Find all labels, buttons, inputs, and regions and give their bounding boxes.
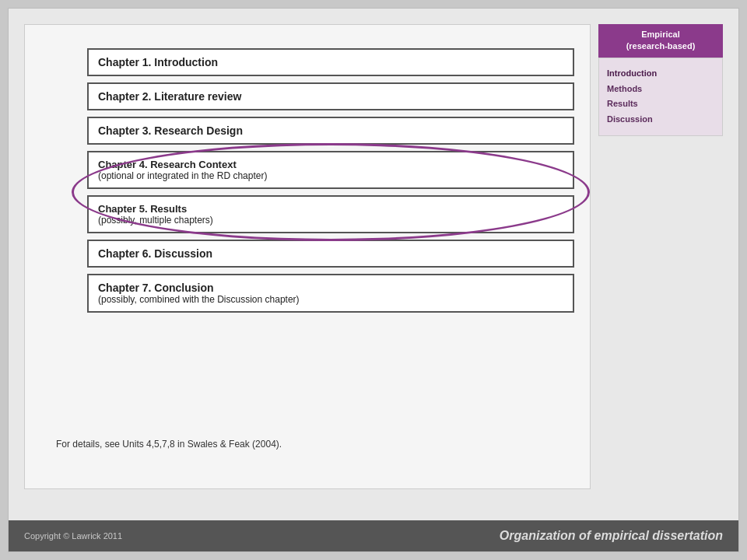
sidebar-item-results: Results [607,96,714,112]
chapter-2-box: Chapter 2. Literature review [87,82,574,110]
content-area: Chapter 1. Introduction Chapter 2. Liter… [24,24,591,489]
footer-copyright: Copyright © Lawrick 2011 [24,531,122,541]
chapter-7-label: Chapter 7. Conclusion [98,282,300,294]
chapter-4-box: Chapter 4. Research Context (optional or… [87,151,574,189]
chapter-7-box: Chapter 7. Conclusion (possibly, combine… [87,274,574,313]
sidebar-content: Introduction Methods Results Discussion [598,58,723,136]
chapter-4-content: Chapter 4. Research Context (optional or… [98,159,267,181]
chapter-4-label: Chapter 4. Research Context [98,159,267,170]
sidebar-badge: Empirical(research-based) [598,24,723,58]
chapter-7-content: Chapter 7. Conclusion (possibly, combine… [98,282,300,305]
chapter-5-label: Chapter 5. Results [98,203,213,215]
sidebar-methods-label: Methods [607,84,642,93]
chapters-list: Chapter 1. Introduction Chapter 2. Liter… [87,48,574,319]
sidebar-discussion-label: Discussion [607,114,653,124]
sidebar: Empirical(research-based) Introduction M… [598,24,723,489]
chapter-1-label: Chapter 1. Introduction [98,56,218,68]
sidebar-introduction-label: Introduction [607,68,657,78]
chapter-6-label: Chapter 6. Discussion [98,247,212,260]
oval-group: Chapter 4. Research Context (optional or… [87,151,574,233]
sidebar-item-discussion: Discussion [607,112,714,128]
sidebar-item-introduction: Introduction [607,66,714,82]
chapter-5-box: Chapter 5. Results (possibly, multiple c… [87,195,574,233]
slide: Chapter 1. Introduction Chapter 2. Liter… [8,8,739,552]
chapter-6-box: Chapter 6. Discussion [87,240,574,268]
footer: Copyright © Lawrick 2011 Organization of… [9,520,738,551]
chapter-2-label: Chapter 2. Literature review [98,90,241,103]
chapter-4-sublabel: (optional or integrated in the RD chapte… [98,170,267,181]
chapter-3-box: Chapter 3. Research Design [87,117,574,145]
chapter-5-sublabel: (possibly, multiple chapters) [98,215,213,226]
footer-title: Organization of empirical dissertation [500,529,723,543]
caption: For details, see Units 4,5,7,8 in Swales… [56,439,282,450]
chapter-5-content: Chapter 5. Results (possibly, multiple c… [98,203,213,226]
sidebar-item-methods: Methods [607,82,714,97]
sidebar-badge-text: Empirical(research-based) [626,30,696,51]
sidebar-results-label: Results [607,99,638,108]
chapter-1-box: Chapter 1. Introduction [87,48,574,76]
chapter-3-label: Chapter 3. Research Design [98,124,243,137]
chapter-7-sublabel: (possibly, combined with the Discussion … [98,294,300,305]
